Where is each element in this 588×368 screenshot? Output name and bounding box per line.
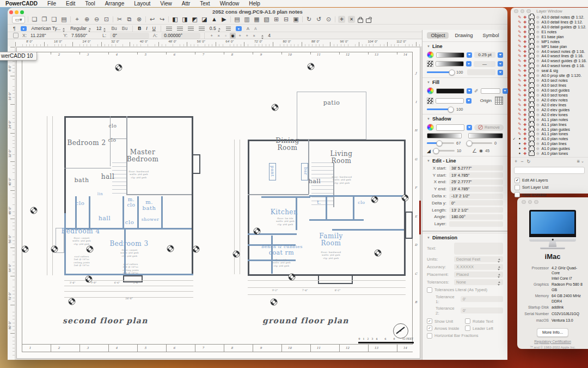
- layer-row[interactable]: ✎✚⊖A2.0 elev lines: [511, 102, 588, 107]
- layer-name[interactable]: A3.0 sect lines: [542, 83, 567, 87]
- layer-name[interactable]: A2.0 elev lines: [542, 103, 567, 107]
- line-arrow-field[interactable]: [467, 69, 495, 75]
- tab-symbol[interactable]: Symbol: [479, 32, 503, 39]
- layer-name[interactable]: A2.0 elev guides: [542, 108, 570, 112]
- layer-snap-icon[interactable]: ✚: [523, 103, 527, 107]
- line-weight-dropdown[interactable]: [498, 52, 503, 58]
- layer-name[interactable]: A4.0 wsect lines @ 1:16.: [542, 54, 584, 58]
- layer-name[interactable]: A1.0 plan notes: [542, 137, 568, 141]
- layer-visibility-icon[interactable]: ⊖: [536, 152, 540, 155]
- layer-row[interactable]: ✎✚⊖A3.0 detail notes @ 1:12.: [511, 15, 588, 20]
- field-value[interactable]: 19' 4.785": [449, 186, 503, 192]
- angle-dial-icon[interactable]: ◉: [479, 148, 483, 153]
- layer-row[interactable]: ✎✚⊖A1.1 plan notes: [511, 117, 588, 122]
- layer-visibility-icon[interactable]: ⊖: [536, 118, 540, 122]
- layer-row[interactable]: ✎✚⊖MP1 notes: [511, 39, 588, 44]
- layer-visibility-icon[interactable]: ⊖: [536, 142, 540, 146]
- fill-pen-dropdown[interactable]: [503, 88, 508, 94]
- layer-snap-icon[interactable]: ✚: [523, 152, 527, 155]
- layer-row[interactable]: ✎✚⊖A4.0 wsect tones @ 1:16.: [511, 63, 588, 68]
- layer-pen-icon[interactable]: ✎: [518, 117, 522, 122]
- layer-name[interactable]: A1.0 plan guides: [542, 147, 570, 150]
- layer-visibility-icon[interactable]: ⊖: [536, 69, 540, 73]
- layer-pen-icon[interactable]: ✎: [518, 79, 522, 83]
- layer-row[interactable]: ✎✚⊖A2.0 elev guides: [511, 107, 588, 112]
- layer-visibility-icon[interactable]: ⊖: [536, 113, 540, 117]
- layer-pen-icon[interactable]: ✎: [518, 25, 522, 29]
- shadow-color-swatch[interactable]: [436, 124, 464, 131]
- layer-name[interactable]: E1 base plan: [542, 35, 564, 39]
- layer-name[interactable]: A0.0 prop site @ 1:120.: [542, 74, 582, 77]
- layer-name[interactable]: A3.0 sect guides: [542, 88, 570, 92]
- layer-name[interactable]: A1.1 plan guides: [542, 128, 570, 131]
- field-value[interactable]: 180.00°: [449, 214, 503, 220]
- menu-item-tool[interactable]: Tool: [85, 1, 95, 7]
- shadow-blur-slider[interactable]: [468, 142, 492, 144]
- layer-snap-icon[interactable]: ✚: [523, 50, 527, 53]
- menu-item-view[interactable]: View: [160, 1, 172, 7]
- layer-snap-icon[interactable]: ✚: [523, 123, 527, 126]
- fill-section-header[interactable]: ▼Fill: [422, 77, 507, 86]
- checkbox-leader-left[interactable]: [465, 325, 470, 331]
- fill-color-dropdown[interactable]: [467, 88, 472, 94]
- layer-name[interactable]: A3.0 sect notes: [542, 79, 568, 82]
- line-weight-field[interactable]: 0.25 pt: [474, 52, 495, 58]
- shadow-section-header[interactable]: ▼Shadow: [422, 114, 507, 123]
- layer-pen-icon[interactable]: ✎: [518, 34, 522, 39]
- layer-pen-icon[interactable]: ✎: [518, 122, 522, 126]
- layer-name[interactable]: A4.0 wsect notes @ 1:16.: [542, 50, 585, 53]
- shadow-offset-slider[interactable]: [427, 142, 454, 144]
- layer-snap-icon[interactable]: ✚: [523, 54, 527, 58]
- layer-visibility-icon[interactable]: ⊖: [536, 83, 540, 87]
- layer-pen-icon[interactable]: ✎: [518, 15, 522, 20]
- field-value[interactable]: 25' 2.7777": [449, 179, 503, 185]
- layer-snap-icon[interactable]: ✚: [523, 118, 527, 122]
- menu-item-help[interactable]: Help: [249, 1, 260, 7]
- layer-name[interactable]: A3.0 detail lines @ 1:12.: [542, 20, 583, 24]
- layer-visibility-icon[interactable]: ⊖: [536, 30, 540, 34]
- layer-print-icon[interactable]: [529, 152, 535, 156]
- checkbox-horizontal-bar-fractions[interactable]: [427, 333, 432, 339]
- layer-name[interactable]: MP1 base plan: [542, 45, 567, 49]
- shadow-color-dropdown[interactable]: [467, 125, 472, 130]
- about-titlebar[interactable]: [517, 197, 588, 204]
- menu-item-edit[interactable]: Edit: [66, 1, 75, 7]
- menu-item-file[interactable]: File: [47, 1, 56, 7]
- layer-snap-icon[interactable]: ✚: [523, 64, 527, 68]
- dimension-section-header[interactable]: ▼Dimension: [422, 233, 507, 242]
- layer-pen-icon[interactable]: ✎: [518, 74, 522, 78]
- layer-snap-icon[interactable]: ✚: [523, 142, 527, 146]
- fill-pen-swatch[interactable]: [481, 88, 500, 94]
- layer-search-input[interactable]: [514, 167, 585, 174]
- remove-layer-button[interactable]: −: [520, 159, 523, 164]
- layer-name[interactable]: seal & sig: [542, 69, 558, 73]
- layer-pen-icon[interactable]: ✎: [518, 108, 522, 112]
- layer-visibility-icon[interactable]: ⊖: [536, 147, 540, 150]
- fill-opacity-slider[interactable]: [427, 108, 454, 110]
- layer-snap-icon[interactable]: ✚: [523, 35, 527, 39]
- line-dash-field[interactable]: —: [474, 61, 495, 67]
- color-wheel-icon[interactable]: [427, 51, 434, 58]
- regulatory-link[interactable]: Regulatory Certification: [517, 340, 588, 343]
- layer-visibility-icon[interactable]: ⊖: [536, 25, 540, 29]
- layer-pen-icon[interactable]: ●: [518, 152, 522, 155]
- layer-visibility-icon[interactable]: ⊖: [536, 64, 540, 68]
- layer-snap-icon[interactable]: ✚: [523, 74, 527, 77]
- layer-pen-icon[interactable]: ✎: [518, 88, 522, 93]
- layer-snap-icon[interactable]: ✚: [523, 25, 527, 29]
- layer-snap-icon[interactable]: ✚: [523, 128, 527, 131]
- line-opacity-slider[interactable]: [427, 71, 454, 73]
- layer-snap-icon[interactable]: ✚: [523, 88, 527, 92]
- line-color-dropdown[interactable]: [467, 52, 472, 58]
- layer-row[interactable]: ✎✚⊖A4.0 wsect guides @ 1:16.: [511, 58, 588, 63]
- shadow-blur-gradient[interactable]: [468, 133, 503, 138]
- origin-grid-icon[interactable]: [495, 96, 503, 105]
- layer-pen-icon[interactable]: ●: [518, 147, 522, 150]
- line-arrow-dropdown[interactable]: [498, 70, 503, 75]
- checkbox-arrows-inside[interactable]: ✓: [427, 325, 432, 331]
- layer-name[interactable]: A1.0 plan lines: [542, 142, 567, 146]
- layer-pen-icon[interactable]: ✎: [518, 49, 522, 53]
- layer-visibility-icon[interactable]: ⊖: [536, 20, 540, 24]
- layer-snap-icon[interactable]: ✚: [523, 40, 527, 44]
- layer-pen-icon[interactable]: ✎: [518, 103, 522, 107]
